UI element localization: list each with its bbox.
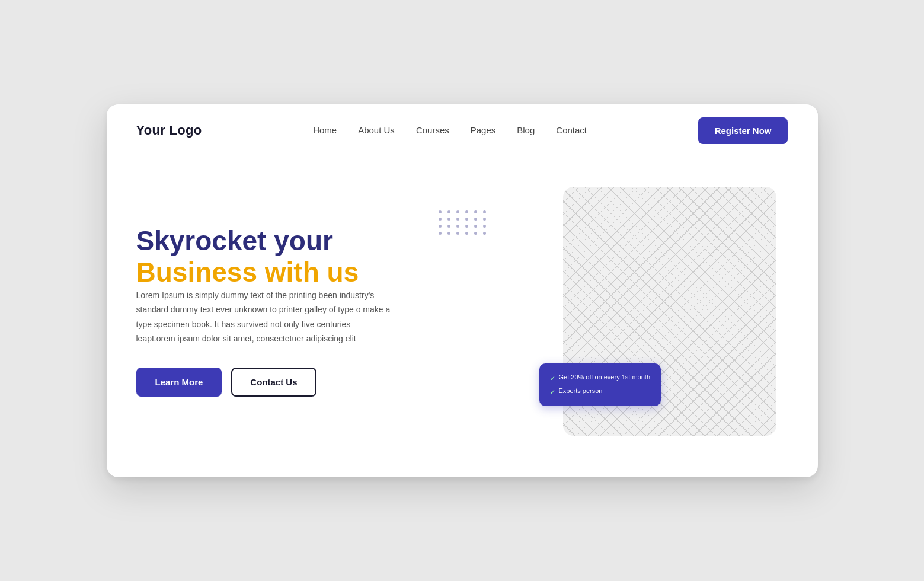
nav-item-about[interactable]: About Us (358, 125, 395, 136)
dot-pattern-decoration (439, 210, 488, 235)
nav-link-contact[interactable]: Contact (556, 125, 587, 135)
promo-text-2: Experts person (559, 385, 603, 397)
learn-more-button[interactable]: Learn More (136, 368, 222, 397)
nav-link-courses[interactable]: Courses (416, 125, 449, 135)
hero-description: Lorem Ipsum is simply dummy text of the … (136, 288, 391, 346)
nav-link-home[interactable]: Home (313, 125, 337, 135)
hero-buttons: Learn More Contact Us (136, 368, 527, 397)
nav-item-contact[interactable]: Contact (556, 125, 587, 136)
nav-item-pages[interactable]: Pages (471, 125, 496, 136)
nav-link-about[interactable]: About Us (358, 125, 395, 135)
promo-line-1: ✓ Get 20% off on every 1st month (550, 372, 651, 384)
nav-link-pages[interactable]: Pages (471, 125, 496, 135)
register-button[interactable]: Register Now (698, 117, 788, 144)
promo-badge: ✓ Get 20% off on every 1st month ✓ Exper… (539, 363, 661, 406)
checkmark-icon-2: ✓ (550, 387, 555, 398)
navbar: Your Logo Home About Us Courses Pages Bl… (107, 104, 818, 157)
hero-right: ✓ Get 20% off on every 1st month ✓ Exper… (563, 181, 788, 442)
hero-section: Skyrocket your Business with us Lorem Ip… (107, 157, 818, 477)
nav-item-home[interactable]: Home (313, 125, 337, 136)
nav-item-courses[interactable]: Courses (416, 125, 449, 136)
hero-heading-line1: Skyrocket your (136, 225, 333, 256)
browser-frame: Your Logo Home About Us Courses Pages Bl… (107, 104, 818, 477)
nav-item-blog[interactable]: Blog (517, 125, 535, 136)
checkmark-icon-1: ✓ (550, 373, 555, 384)
hero-heading-line2: Business with us (136, 257, 359, 288)
nav-links: Home About Us Courses Pages Blog Contact (313, 125, 587, 136)
logo: Your Logo (136, 123, 202, 138)
nav-link-blog[interactable]: Blog (517, 125, 535, 135)
contact-us-button[interactable]: Contact Us (231, 368, 316, 397)
promo-text-1: Get 20% off on every 1st month (559, 372, 651, 383)
promo-line-2: ✓ Experts person (550, 385, 651, 398)
